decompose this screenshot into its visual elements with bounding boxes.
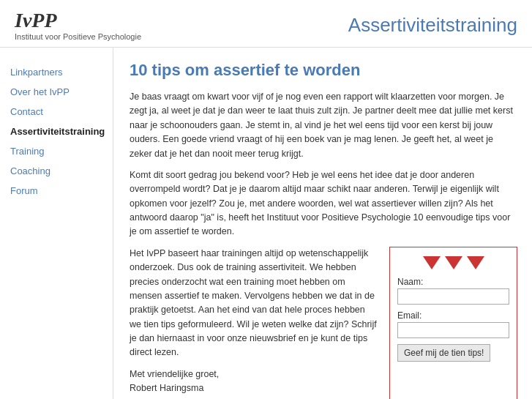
content-area: 10 tips om assertief te worden Je baas v… xyxy=(113,48,532,399)
logo-subtitle: Instituut voor Positieve Psychologie xyxy=(15,32,141,41)
arrow-icon-3 xyxy=(467,256,484,269)
paragraph-1: Je baas vraagt om kwart voor vijf of je … xyxy=(130,90,517,161)
sidebar-item-contact[interactable]: Contact xyxy=(0,102,113,122)
newsletter-form: Naam: Email: Geef mij de tien tips! xyxy=(389,247,517,399)
paragraph-3: Het IvPP baseert haar trainingen altijd … xyxy=(130,247,378,360)
main-layout: LinkpartnersOver het IvPPContactAssertiv… xyxy=(0,48,532,399)
sign-off: Met vriendelijke groet, Robert Haringsma… xyxy=(130,368,378,399)
two-column-section: Het IvPP baseert haar trainingen altijd … xyxy=(130,247,517,399)
submit-button[interactable]: Geef mij de tien tips! xyxy=(397,344,490,362)
left-text: Het IvPP baseert haar trainingen altijd … xyxy=(130,247,378,399)
arrow-icon-2 xyxy=(445,256,462,269)
naam-input[interactable] xyxy=(397,288,509,305)
naam-label: Naam: xyxy=(397,277,509,287)
sidebar-item-over-het-ivpp[interactable]: Over het IvPP xyxy=(0,82,113,102)
sidebar-item-linkpartners[interactable]: Linkpartners xyxy=(0,62,113,82)
sidebar: LinkpartnersOver het IvPPContactAssertiv… xyxy=(0,48,113,399)
arrows-decoration xyxy=(397,256,509,269)
email-input[interactable] xyxy=(397,322,509,338)
sidebar-item-coaching[interactable]: Coaching xyxy=(0,161,113,181)
arrow-icon-1 xyxy=(423,256,441,269)
signoff-line1: Met vriendelijke groet, xyxy=(130,368,378,381)
logo-text: IvPP xyxy=(15,9,141,32)
sidebar-item-training[interactable]: Training xyxy=(0,141,113,161)
page-title: 10 tips om assertief te worden xyxy=(130,61,517,80)
signoff-line3: Psycholoog xyxy=(130,396,378,400)
header: IvPP Instituut voor Positieve Psychologi… xyxy=(0,0,532,48)
email-label: Email: xyxy=(397,310,509,321)
sidebar-item-forum[interactable]: Forum xyxy=(0,181,113,201)
sidebar-item-assertiviteitstraining[interactable]: Assertiviteitstraining xyxy=(0,122,113,141)
paragraph-2: Komt dit soort gedrag jou bekend voor? H… xyxy=(130,168,517,239)
signoff-line2: Robert Haringsma xyxy=(130,381,378,395)
logo-area: IvPP Instituut voor Positieve Psychologi… xyxy=(15,9,141,41)
site-title: Assertiviteitstraining xyxy=(348,14,517,37)
